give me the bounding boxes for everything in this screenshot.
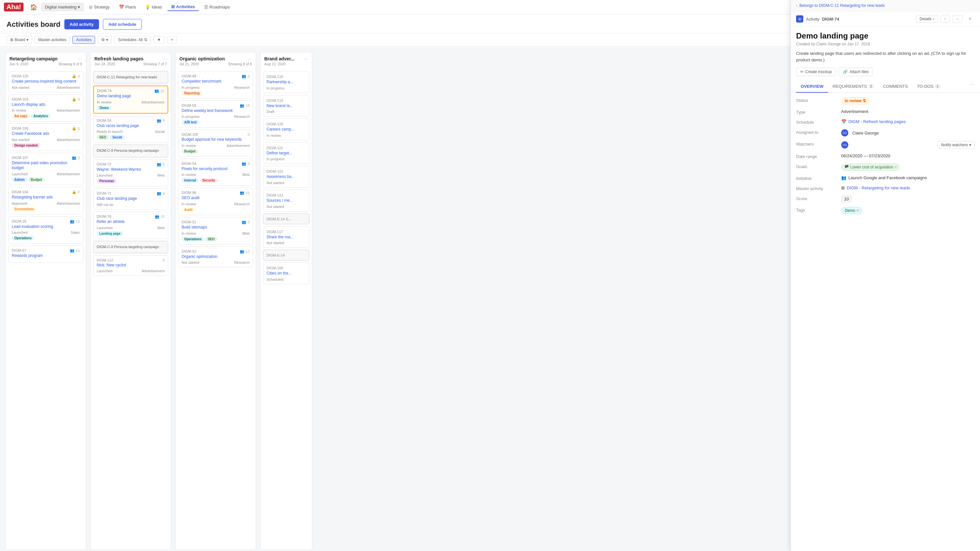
column-more-brand[interactable]: ··· xyxy=(304,56,308,62)
card-title[interactable]: Sources / me... xyxy=(267,198,306,203)
card-DIGM-76[interactable]: DIGM-76 👥 10 Refer an athlete Launched W… xyxy=(93,211,168,239)
tab-todos[interactable]: TO-DOS 1 xyxy=(912,81,945,93)
nav-ideas[interactable]: 💡 Ideas xyxy=(141,3,166,11)
card-title[interactable]: Pixels for security protocol xyxy=(181,167,250,172)
column-more-retargeting[interactable]: ··· xyxy=(78,56,82,62)
nav-activities[interactable]: ⊞ Activities xyxy=(167,3,199,11)
card-DIGM-125[interactable]: DIGM-125 🔒 0 Create persona-inspired blo… xyxy=(8,71,83,92)
card-title[interactable]: SEO audit xyxy=(181,195,250,201)
demo-tag-remove-icon[interactable]: × xyxy=(856,208,859,213)
tag-personas[interactable]: Personas xyxy=(97,179,117,183)
status-badge[interactable]: In review ⇅ xyxy=(841,97,870,105)
breadcrumb-link[interactable]: Belongs to DIGM-C-11 Retargeting for new… xyxy=(799,3,885,8)
card-DIGM-109[interactable]: DIGM-109 Cities on the... Scheduled xyxy=(263,262,309,284)
tag-security[interactable]: Security xyxy=(200,178,218,183)
tag-reporting[interactable]: Reporting xyxy=(181,91,202,96)
card-title[interactable]: Awareness ba... xyxy=(267,174,306,179)
tag-ab-test[interactable]: A/B test xyxy=(181,120,199,125)
tag-admin[interactable]: Admin xyxy=(12,177,27,182)
card-title[interactable]: Retargeting banner ads xyxy=(12,195,80,200)
tag-internal[interactable]: Internal xyxy=(181,178,199,183)
card-title[interactable]: Club races landing page xyxy=(97,123,165,129)
close-button[interactable]: × xyxy=(965,15,975,23)
card-DIGM-67[interactable]: DIGM-67 👥 10 Rewards program xyxy=(8,246,83,263)
card-title[interactable]: DIGM-C-11 Retargeting for new leads xyxy=(97,75,165,79)
card-DIGM-119[interactable]: DIGM-119 New brand la... Draft xyxy=(263,95,309,117)
add-schedule-button[interactable]: Add schedule xyxy=(103,19,142,30)
tag-audit[interactable]: Audit xyxy=(181,207,195,212)
card-title[interactable]: Build sitemaps xyxy=(181,225,250,230)
card-DIGM-51[interactable]: DIGM-51 👥 3 Build sitemaps In review Web… xyxy=(178,217,253,245)
tag-operations[interactable]: Operations xyxy=(12,236,34,241)
export-button[interactable]: ↑ xyxy=(940,15,950,23)
tag-budget[interactable]: Budget xyxy=(181,149,198,154)
card-DIGM-96[interactable]: DIGM-96 👥 16 SEO audit In review Researc… xyxy=(178,188,253,215)
tab-requirements[interactable]: REQUIREMENTS 2 xyxy=(828,81,878,93)
card-DIGM-112[interactable]: DIGM-112 0 Nick: New cyclist Launched Ad… xyxy=(93,255,168,276)
card-title[interactable]: Careers camp... xyxy=(267,127,306,132)
card-title[interactable]: DIGM-C-9 Persona targeting campaign xyxy=(97,245,165,249)
card-title[interactable]: New brand la... xyxy=(267,103,306,109)
tag-operations[interactable]: Operations xyxy=(181,237,204,241)
card-DIGM-71[interactable]: DIGM-71 👥 8 Club race landing page Will … xyxy=(93,188,168,210)
tag-landing-page[interactable]: Landing page xyxy=(97,231,123,236)
tag-design-needed[interactable]: Design needed xyxy=(12,143,40,148)
tag-seo[interactable]: SEO xyxy=(97,135,109,140)
breadcrumb-back-icon[interactable]: ‹ xyxy=(796,3,797,8)
nav-strategy[interactable]: ◎ Strategy xyxy=(85,3,113,11)
demo-tag[interactable]: Demo × xyxy=(841,207,862,214)
tag-screenshots[interactable]: Screenshots xyxy=(12,206,37,211)
tag-demo[interactable]: Demo xyxy=(97,105,111,110)
goal-remove-icon[interactable]: × xyxy=(894,165,897,170)
nav-roadmaps[interactable]: ☰ Roadmaps xyxy=(200,3,234,11)
card-title[interactable]: Determine paid video promotion budget xyxy=(12,160,80,171)
tab-overview[interactable]: OVERVIEW xyxy=(796,81,828,93)
card-title[interactable]: Organic optimization xyxy=(181,254,250,259)
card-title[interactable]: Cities on the... xyxy=(267,271,306,276)
workspace-dropdown[interactable]: Digital marketing ▾ xyxy=(41,3,84,11)
card-DIGM-C-9b[interactable]: DIGM-C-9 Persona targeting campaign xyxy=(93,241,168,253)
card-DIGM-58[interactable]: DIGM-58 👥 8 Club races landing page Read… xyxy=(93,116,168,143)
card-DIGM-106[interactable]: DIGM-106 🔒 0 Create Facebook ads Not sta… xyxy=(8,123,83,151)
add-toolbar-button[interactable]: + xyxy=(167,36,177,44)
tag-ad-copy[interactable]: Ad copy xyxy=(12,114,30,119)
card-DIGM-E-14b[interactable]: DIGM-E-14 xyxy=(263,250,309,260)
card-DIGM-103[interactable]: DIGM-103 🔒 0 Launch display ads In revie… xyxy=(8,94,83,122)
tab-comments[interactable]: COMMENTS xyxy=(878,81,912,93)
card-DIGM-105[interactable]: DIGM-105 0 Budget approval for new keywo… xyxy=(178,130,253,157)
nav-home[interactable]: 🏠 xyxy=(27,2,40,12)
card-DIGM-48[interactable]: DIGM-48 👥 6 Competitor benchmark In prog… xyxy=(178,71,253,98)
card-title[interactable]: Launch display ads xyxy=(12,102,80,107)
goal-tag[interactable]: 🏴 Lower cost of acquisition × xyxy=(841,164,900,171)
card-DIGM-117[interactable]: DIGM-117 Share the roa... Not started xyxy=(263,226,309,248)
board-view-toggle[interactable]: ⊞ Board ▾ xyxy=(6,36,32,44)
column-more-organic[interactable]: ··· xyxy=(248,56,252,62)
card-title[interactable]: Club race landing page xyxy=(97,196,165,202)
filter-button[interactable]: ▼ xyxy=(154,36,165,44)
card-DIGM-72[interactable]: DIGM-72 👥 6 Wayne: Weekend Warrior Launc… xyxy=(93,159,168,187)
card-DIGM-104[interactable]: DIGM-104 🔒 0 Retargeting banner ads Appr… xyxy=(8,187,83,214)
card-title[interactable]: Rewards program xyxy=(12,253,80,259)
card-title[interactable]: Lead evaluation scoring xyxy=(12,224,80,229)
card-DIGM-C-9[interactable]: DIGM-C-9 Persona targeting campaign xyxy=(93,144,168,157)
settings-dropdown[interactable]: ⚙ ▾ xyxy=(98,36,112,44)
tag-social[interactable]: Social xyxy=(110,135,124,140)
card-DIGM-74[interactable]: DIGM-74 👥 10 Demo landing page In review… xyxy=(93,86,168,114)
activities-toggle[interactable]: Activities xyxy=(73,36,95,44)
schedules-dropdown[interactable]: Schedules: All ⇅ xyxy=(115,36,151,44)
card-title[interactable]: Create persona-inspired blog content xyxy=(12,79,80,84)
more-options-button[interactable]: ··· xyxy=(952,15,963,23)
card-title[interactable]: Budget approval for new keywords xyxy=(181,137,250,142)
schedule-text[interactable]: DIGM - Refresh landing pages xyxy=(848,119,906,124)
tag-seo[interactable]: SEO xyxy=(205,237,217,241)
card-DIGM-120[interactable]: DIGM-120 Careers camp... In review xyxy=(263,119,309,140)
card-DIGM-122[interactable]: DIGM-122 Awareness ba... Not started xyxy=(263,166,309,188)
notify-watchers-button[interactable]: Notify watchers ▾ xyxy=(937,141,975,149)
card-DIGM-118[interactable]: DIGM-118 Partnership a... In progress xyxy=(263,71,309,93)
master-activities-toggle[interactable]: Master activities xyxy=(35,36,70,44)
card-title[interactable]: DIGM-C-9 Persona targeting campaign xyxy=(97,148,165,153)
card-DIGM-26[interactable]: DIGM-26 👥 13 Lead evaluation scoring Lau… xyxy=(8,216,83,244)
card-title[interactable]: Create Facebook ads xyxy=(12,131,80,137)
card-DIGM-121[interactable]: DIGM-121 Define target... In progress xyxy=(263,142,309,164)
card-title[interactable]: Demo landing page xyxy=(97,94,164,99)
